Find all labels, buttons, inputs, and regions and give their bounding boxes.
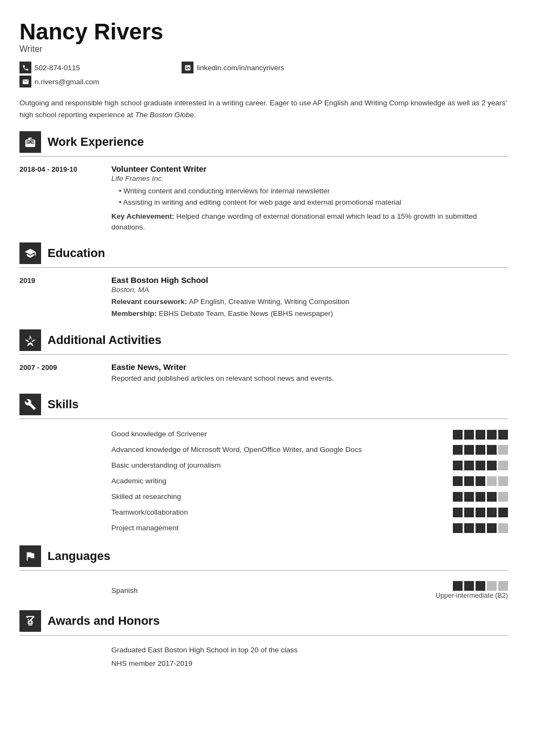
skill-block (453, 508, 463, 517)
skill-block (453, 461, 463, 470)
skill-bar-4 (453, 492, 508, 502)
additional-activities-section: Additional Activities 2007 - 2009 Eastie… (19, 329, 508, 384)
skill-block (453, 476, 463, 486)
work-entry: 2018-04 - 2019-10 Volunteer Content Writ… (19, 164, 508, 233)
skill-bar-5 (453, 508, 508, 517)
coursework-text: AP English, Creative Writing, Writing Co… (189, 298, 349, 306)
education-entry: 2019 East Boston High School Boston, MA … (19, 275, 508, 319)
skill-block (476, 430, 485, 440)
school-location: Boston, MA (111, 286, 508, 294)
membership-label: Membership: (111, 309, 157, 318)
skill-block (498, 445, 508, 455)
awards-section: Awards and Honors Graduated East Boston … (19, 610, 508, 670)
skills-header: Skills (19, 394, 508, 419)
languages-header: Languages (19, 545, 508, 571)
achievement-label: Key Achievement: (111, 212, 175, 220)
skill-row-0: Good knowledge of Scrivener (19, 427, 508, 442)
email-contact: n.rivers@gmail.com (19, 76, 182, 87)
skill-block (453, 445, 463, 455)
skill-block (464, 445, 474, 455)
education-title: Education (48, 246, 105, 260)
email-icon (19, 76, 31, 87)
skill-name-1: Advanced knowledge of Microsoft Word, Op… (19, 445, 453, 455)
activity-role: Eastie News, Writer (111, 362, 508, 372)
header: Nancy Rivers Writer (19, 19, 508, 54)
skill-row-3: Academic writing (19, 474, 508, 489)
skill-bar-1 (453, 445, 508, 455)
membership-text: EBHS Debate Team, Eastie News (EBHS news… (159, 309, 333, 318)
star-icon (19, 329, 41, 351)
skill-bar-3 (453, 476, 508, 486)
skill-bar-0 (453, 430, 508, 440)
education-section: Education 2019 East Boston High School B… (19, 242, 508, 319)
skill-row-4: Skilled at researching (19, 489, 508, 505)
skill-row-2: Basic understanding of journalism (19, 458, 508, 474)
skill-block (476, 476, 485, 486)
award-icon (19, 610, 41, 632)
skill-block (487, 508, 497, 517)
skill-block (487, 492, 497, 502)
skill-block (464, 430, 474, 440)
lang-name-0: Spanish (111, 586, 436, 595)
skill-block (476, 492, 485, 502)
award-item-0: Graduated East Boston High School in top… (111, 643, 508, 657)
skill-block (476, 581, 485, 591)
skill-block (464, 508, 474, 517)
skill-block (453, 430, 463, 440)
skill-block (464, 581, 474, 591)
skill-name-5: Teamwork/collaboration (19, 508, 453, 518)
job-title: Volunteer Content Writer (111, 164, 508, 173)
edu-content: East Boston High School Boston, MA Relev… (111, 275, 508, 319)
education-header: Education (19, 242, 508, 268)
skill-block (487, 523, 497, 533)
skill-block (498, 492, 508, 502)
skill-block (464, 461, 474, 470)
skill-block (487, 445, 497, 455)
skill-bar-6 (453, 523, 508, 533)
briefcase-icon (19, 131, 41, 153)
linkedin-contact: linkedin.com/in/nancyrivers (182, 62, 344, 73)
languages-section: Languages Spanish Upper-intermediate (B2… (19, 545, 508, 600)
skill-block (498, 581, 508, 591)
skill-block (498, 508, 508, 517)
skill-block (498, 523, 508, 533)
coursework-label: Relevant coursework: (111, 298, 187, 306)
skill-block (498, 461, 508, 470)
additional-content: Eastie News, Writer Reported and publish… (111, 362, 508, 384)
skill-name-2: Basic understanding of journalism (19, 461, 453, 471)
skill-block (464, 476, 474, 486)
skill-block (487, 461, 497, 470)
skill-row-1: Advanced knowledge of Microsoft Word, Op… (19, 442, 508, 458)
awards-list: Graduated East Boston High School in top… (19, 643, 508, 670)
candidate-title: Writer (19, 44, 508, 54)
awards-title: Awards and Honors (48, 614, 159, 628)
skills-list: Good knowledge of Scrivener Advanced kno… (19, 427, 508, 536)
additional-entry: 2007 - 2009 Eastie News, Writer Reported… (19, 362, 508, 384)
language-row-0: Spanish Upper-intermediate (B2) (19, 578, 508, 600)
skills-section: Skills Good knowledge of Scrivener Advan… (19, 394, 508, 536)
skills-title: Skills (48, 397, 78, 411)
skill-block (498, 476, 508, 486)
skill-row-6: Project management (19, 521, 508, 536)
additional-header: Additional Activities (19, 329, 508, 355)
job-bullets: Writing content and conducting interview… (111, 186, 508, 208)
svg-rect-0 (28, 625, 32, 626)
skill-bar-2 (453, 461, 508, 470)
work-content: Volunteer Content Writer Life Frames Inc… (111, 164, 508, 233)
languages-title: Languages (48, 549, 110, 563)
phone-contact: 502-874-0115 (19, 62, 182, 73)
skill-block (476, 445, 485, 455)
summary-section: Outgoing and responsible high school gra… (19, 97, 508, 120)
linkedin-value: linkedin.com/in/nancyrivers (197, 64, 284, 72)
company-name: Life Frames Inc. (111, 174, 508, 183)
skill-block (476, 508, 485, 517)
skill-row-5: Teamwork/collaboration (19, 505, 508, 521)
edu-date: 2019 (19, 275, 111, 319)
activity-description: Reported and published articles on relev… (111, 373, 508, 384)
additional-date: 2007 - 2009 (19, 362, 111, 384)
skill-name-0: Good knowledge of Scrivener (19, 429, 453, 440)
skill-name-3: Academic writing (19, 476, 453, 487)
key-achievement: Key Achievement: Helped change wording o… (111, 211, 508, 233)
work-experience-title: Work Experience (48, 135, 144, 149)
work-experience-section: Work Experience 2018-04 - 2019-10 Volunt… (19, 131, 508, 233)
